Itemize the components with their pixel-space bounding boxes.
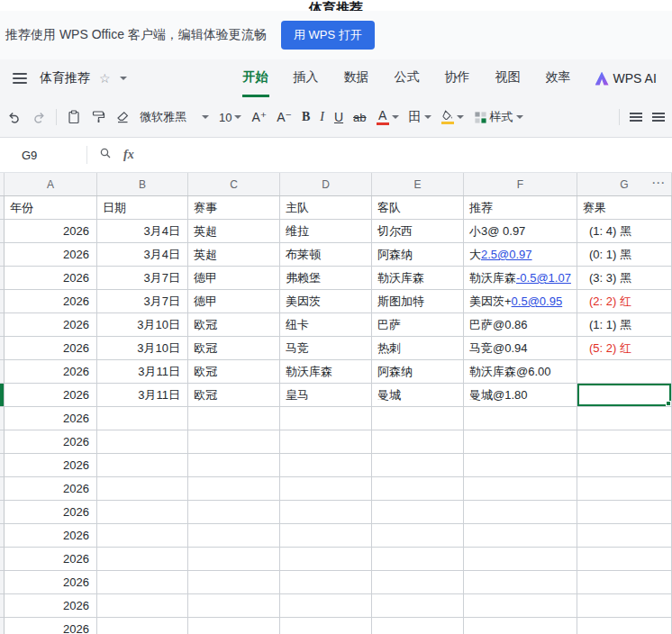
cell-E1[interactable]: 客队 bbox=[372, 196, 464, 220]
cell-A7[interactable]: 2026 bbox=[5, 337, 97, 360]
tab-view[interactable]: 视图 bbox=[495, 59, 522, 97]
cell-D2[interactable]: 维拉 bbox=[280, 220, 372, 243]
cell-D9[interactable]: 皇马 bbox=[280, 384, 372, 407]
cell-A4[interactable]: 2026 bbox=[5, 267, 97, 290]
cell-E14[interactable] bbox=[372, 501, 464, 524]
cell-A9[interactable]: 2026 bbox=[5, 384, 97, 407]
cell-E3[interactable]: 阿森纳 bbox=[372, 243, 464, 267]
cell-E10[interactable] bbox=[372, 407, 464, 430]
cell-D10[interactable] bbox=[280, 407, 372, 430]
cell-B16[interactable] bbox=[97, 548, 188, 571]
align-left-icon[interactable] bbox=[630, 116, 642, 118]
cell-A17[interactable]: 2026 bbox=[5, 571, 97, 594]
cell-A6[interactable]: 2026 bbox=[5, 313, 97, 337]
tab-formula[interactable]: 公式 bbox=[394, 59, 421, 97]
cell-E6[interactable]: 巴萨 bbox=[372, 313, 464, 337]
cell-F8[interactable]: 勒沃库森@6.00 bbox=[464, 360, 577, 384]
undo-icon[interactable] bbox=[7, 110, 22, 124]
cell-A3[interactable]: 2026 bbox=[5, 243, 97, 267]
cell-F13[interactable] bbox=[464, 477, 577, 501]
cell-D13[interactable] bbox=[280, 477, 372, 501]
cell-G10[interactable] bbox=[577, 407, 672, 430]
cell-D4[interactable]: 弗赖堡 bbox=[280, 267, 372, 290]
wps-ai-button[interactable]: WPS AI bbox=[595, 71, 657, 86]
cell-F7[interactable]: 马竞@0.94 bbox=[464, 337, 577, 360]
cell-A14[interactable]: 2026 bbox=[5, 501, 97, 524]
cell-G6[interactable]: (1: 1) 黑 bbox=[577, 313, 672, 337]
cell-B4[interactable]: 3月7日 bbox=[97, 267, 188, 290]
cell-E8[interactable]: 阿森纳 bbox=[372, 360, 464, 384]
star-icon[interactable]: ☆ bbox=[99, 71, 111, 86]
cell-G16[interactable] bbox=[577, 548, 672, 571]
cell-E2[interactable]: 切尔西 bbox=[372, 220, 464, 243]
cell-F6[interactable]: 巴萨@0.86 bbox=[464, 313, 577, 337]
cell-B6[interactable]: 3月10日 bbox=[97, 313, 188, 337]
cell-G7[interactable]: (5: 2) 红 bbox=[577, 337, 672, 360]
cell-B3[interactable]: 3月4日 bbox=[97, 243, 188, 267]
cell-F3[interactable]: 大2.5@0.97 bbox=[464, 243, 577, 267]
cell-G19[interactable] bbox=[577, 618, 672, 634]
cell-F19[interactable] bbox=[464, 618, 577, 634]
cell-F18[interactable] bbox=[464, 594, 577, 618]
cell-C19[interactable] bbox=[188, 618, 280, 634]
borders-button[interactable]: 田 bbox=[409, 109, 431, 125]
cell-B5[interactable]: 3月7日 bbox=[97, 290, 188, 313]
cell-G9[interactable] bbox=[577, 384, 672, 407]
cell-E19[interactable] bbox=[372, 618, 464, 634]
cell-C7[interactable]: 欧冠 bbox=[188, 337, 280, 360]
cell-E17[interactable] bbox=[372, 571, 464, 594]
cell-F10[interactable] bbox=[464, 407, 577, 430]
cell-B1[interactable]: 日期 bbox=[97, 196, 188, 220]
cell-C2[interactable]: 英超 bbox=[188, 220, 280, 243]
cell-C14[interactable] bbox=[188, 501, 280, 524]
column-header-B[interactable]: B bbox=[97, 173, 188, 195]
tip-link[interactable]: 2.5@0.97 bbox=[481, 248, 532, 261]
more-columns-button[interactable]: ⋯ bbox=[651, 175, 666, 191]
cell-G11[interactable] bbox=[577, 430, 672, 454]
cell-A8[interactable]: 2026 bbox=[5, 360, 97, 384]
increase-font-button[interactable]: A⁺ bbox=[251, 110, 267, 124]
tab-insert[interactable]: 插入 bbox=[293, 59, 320, 97]
cell-C9[interactable]: 欧冠 bbox=[188, 384, 280, 407]
column-header-C[interactable]: C bbox=[188, 173, 280, 195]
cell-G13[interactable] bbox=[577, 477, 672, 501]
cell-G4[interactable]: (3: 3) 黑 bbox=[577, 267, 672, 290]
cell-F2[interactable]: 小3@ 0.97 bbox=[464, 220, 577, 243]
title-dropdown-icon[interactable] bbox=[120, 77, 127, 80]
cell-C16[interactable] bbox=[188, 548, 280, 571]
cell-C6[interactable]: 欧冠 bbox=[188, 313, 280, 337]
cell-F1[interactable]: 推荐 bbox=[464, 196, 577, 220]
cell-B15[interactable] bbox=[97, 524, 188, 548]
cell-C18[interactable] bbox=[188, 594, 280, 618]
cell-F12[interactable] bbox=[464, 454, 577, 477]
cell-A11[interactable]: 2026 bbox=[5, 430, 97, 454]
font-color-button[interactable]: A bbox=[377, 109, 399, 125]
cell-G3[interactable]: (0: 1) 黑 bbox=[577, 243, 672, 267]
cell-D18[interactable] bbox=[280, 594, 372, 618]
cell-B7[interactable]: 3月10日 bbox=[97, 337, 188, 360]
tip-link[interactable]: 0.5@0.95 bbox=[512, 294, 563, 308]
cell-D12[interactable] bbox=[280, 454, 372, 477]
cell-E9[interactable]: 曼城 bbox=[372, 384, 464, 407]
cell-E5[interactable]: 斯图加特 bbox=[372, 290, 464, 313]
cell-A1[interactable]: 年份 bbox=[5, 196, 97, 220]
cell-G12[interactable] bbox=[577, 454, 672, 477]
tab-efficiency[interactable]: 效率 bbox=[545, 59, 572, 97]
cell-D11[interactable] bbox=[280, 430, 372, 454]
italic-button[interactable]: I bbox=[320, 110, 324, 124]
cell-E13[interactable] bbox=[372, 477, 464, 501]
cell-A5[interactable]: 2026 bbox=[5, 290, 97, 313]
bold-button[interactable]: B bbox=[302, 110, 310, 124]
cell-C10[interactable] bbox=[188, 407, 280, 430]
align-center-icon[interactable] bbox=[652, 116, 665, 118]
cell-E16[interactable] bbox=[372, 548, 464, 571]
cell-F15[interactable] bbox=[464, 524, 577, 548]
cell-C1[interactable]: 赛事 bbox=[188, 196, 280, 220]
cell-B19[interactable] bbox=[97, 618, 188, 634]
tab-data[interactable]: 数据 bbox=[343, 59, 370, 97]
fill-handle[interactable] bbox=[666, 401, 671, 406]
column-header-E[interactable]: E bbox=[372, 173, 464, 195]
cell-D5[interactable]: 美因茨 bbox=[280, 290, 372, 313]
hamburger-menu-icon[interactable] bbox=[13, 71, 31, 86]
cell-D7[interactable]: 马竞 bbox=[280, 337, 372, 360]
